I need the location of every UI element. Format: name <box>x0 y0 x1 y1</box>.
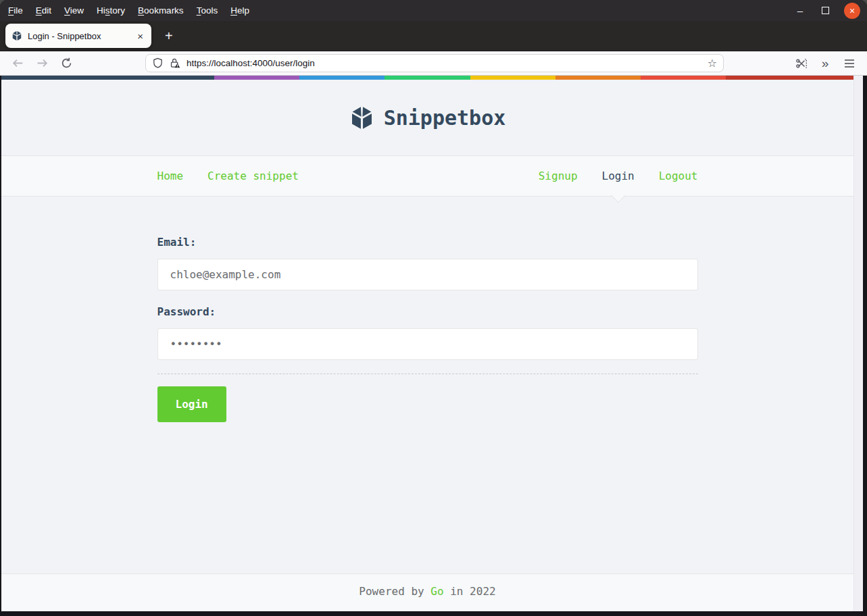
menu-label-part: ools <box>201 5 218 16</box>
forward-button[interactable] <box>32 51 51 75</box>
menu-label-part: Hi <box>97 5 105 16</box>
email-label: Email: <box>157 233 698 251</box>
nav-link-logout[interactable]: Logout <box>659 170 698 182</box>
nav-link-home[interactable]: Home <box>157 170 184 182</box>
page-content: Snippetbox Home Create snippet Signup Lo… <box>1 76 853 611</box>
menu-item-file[interactable]: File <box>8 5 23 16</box>
box-favicon-icon <box>11 30 22 41</box>
menu-label-part: dit <box>42 5 51 16</box>
tab-close-icon[interactable]: × <box>135 30 145 42</box>
overflow-chevron-icon[interactable]: » <box>816 51 835 75</box>
menu-label-part: E <box>36 5 42 16</box>
menu-label-part: F <box>8 5 14 16</box>
close-button[interactable]: × <box>844 3 860 19</box>
navigation-toolbar: https://localhost:4000/user/login ☆ » <box>0 51 867 76</box>
tracking-shield-icon[interactable] <box>152 57 164 69</box>
nav-link-label: Login <box>602 170 635 182</box>
password-label: Password: <box>157 303 698 321</box>
site-header: Snippetbox <box>1 76 853 156</box>
arrow-right-icon <box>36 57 48 69</box>
new-tab-button[interactable]: + <box>161 28 177 44</box>
menu-item-edit[interactable]: Edit <box>36 5 51 16</box>
password-field[interactable] <box>157 328 698 360</box>
menu-item-help[interactable]: Help <box>230 5 249 16</box>
email-field[interactable] <box>157 259 698 290</box>
site-main: Email: Password: Login <box>1 233 853 609</box>
scrollbar-track[interactable] <box>853 76 863 611</box>
menu-items: File Edit View History Bookmarks Tools H… <box>0 5 249 16</box>
menu-label-part: s <box>105 5 110 16</box>
active-link-caret <box>611 188 625 203</box>
rainbow-stripe <box>1 76 853 80</box>
footer-text-post: in 2022 <box>444 585 496 598</box>
nav-link-create-snippet[interactable]: Create snippet <box>207 170 299 182</box>
nav-inner: Home Create snippet Signup Login Logout <box>157 156 698 196</box>
browser-window: File Edit View History Bookmarks Tools H… <box>0 0 867 616</box>
menu-label-part: H <box>230 5 237 16</box>
bookmark-star-icon[interactable]: ☆ <box>708 57 717 70</box>
arrow-left-icon <box>12 57 24 69</box>
hamburger-menu-icon[interactable] <box>840 51 859 75</box>
menu-label-part: V <box>64 5 70 16</box>
menu-label-part: B <box>138 5 144 16</box>
form-divider <box>157 374 698 374</box>
menu-item-history[interactable]: History <box>97 5 125 16</box>
maximize-button[interactable] <box>822 7 829 14</box>
screenshot-tool-icon[interactable] <box>792 51 811 75</box>
reload-icon <box>61 57 72 69</box>
back-button[interactable] <box>8 51 27 75</box>
menu-bar: File Edit View History Bookmarks Tools H… <box>0 0 867 21</box>
footer-go-link[interactable]: Go <box>430 585 443 598</box>
url-text: https://localhost:4000/user/login <box>187 58 315 68</box>
nav-link-login[interactable]: Login <box>602 170 635 182</box>
site-footer: Powered by Go in 2022 <box>1 573 853 611</box>
url-bar[interactable]: https://localhost:4000/user/login ☆ <box>145 54 724 72</box>
menu-label-part: ookmarks <box>144 5 184 16</box>
tab-title: Login - Snippetbox <box>28 31 135 41</box>
snippetbox-logo-icon[interactable] <box>349 105 374 130</box>
nav-link-signup[interactable]: Signup <box>539 170 578 182</box>
menu-label-part: tory <box>110 5 126 16</box>
footer-text-pre: Powered by <box>359 585 430 598</box>
nav-group-right: Signup Login Logout <box>539 170 698 182</box>
tab-bar: Login - Snippetbox × + <box>0 21 867 51</box>
site-nav: Home Create snippet Signup Login Logout <box>1 156 853 197</box>
reload-button[interactable] <box>57 51 76 75</box>
menu-item-tools[interactable]: Tools <box>197 5 218 16</box>
menu-label-part: ile <box>14 5 23 16</box>
menu-item-view[interactable]: View <box>64 5 84 16</box>
menu-item-bookmarks[interactable]: Bookmarks <box>138 5 184 16</box>
login-form: Email: Password: Login <box>157 233 698 422</box>
brand-title[interactable]: Snippetbox <box>384 106 506 130</box>
nav-group-left: Home Create snippet <box>157 170 299 182</box>
page-viewport: Snippetbox Home Create snippet Signup Lo… <box>1 76 863 611</box>
tab-login-snippetbox[interactable]: Login - Snippetbox × <box>5 24 151 48</box>
window-controls: – × <box>793 3 867 19</box>
minimize-button[interactable]: – <box>793 5 807 16</box>
lock-warning-icon[interactable] <box>169 57 180 69</box>
menu-label-part: elp <box>237 5 249 16</box>
menu-label-part: iew <box>70 5 84 16</box>
login-submit-button[interactable]: Login <box>157 386 226 422</box>
